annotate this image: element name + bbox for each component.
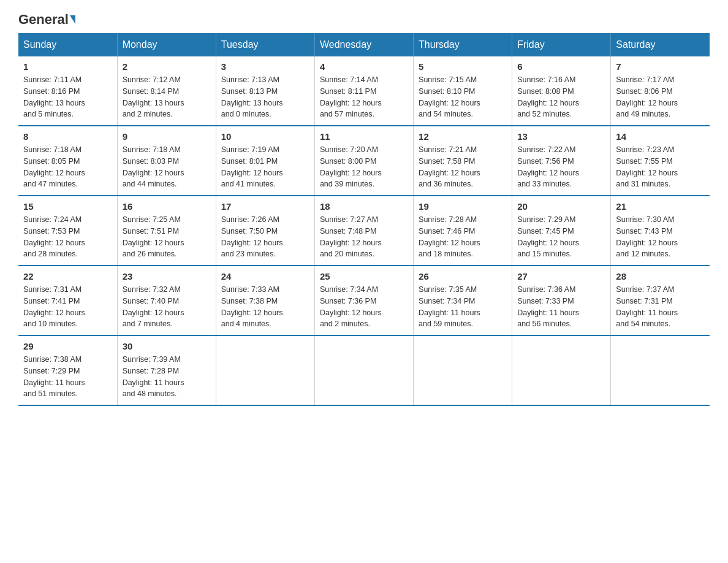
cell-details: Sunrise: 7:19 AMSunset: 8:01 PMDaylight:… [221,145,283,188]
calendar-cell: 12 Sunrise: 7:21 AMSunset: 7:58 PMDaylig… [414,126,512,196]
cell-details: Sunrise: 7:37 AMSunset: 7:31 PMDaylight:… [616,285,678,328]
page-header: General [18,12,710,27]
calendar-cell: 14 Sunrise: 7:23 AMSunset: 7:55 PMDaylig… [611,126,710,196]
calendar-cell: 27 Sunrise: 7:36 AMSunset: 7:33 PMDaylig… [512,266,611,335]
day-number: 26 [419,271,507,282]
cell-details: Sunrise: 7:13 AMSunset: 8:13 PMDaylight:… [221,75,283,118]
calendar-cell: 8 Sunrise: 7:18 AMSunset: 8:05 PMDayligh… [18,126,117,196]
calendar-cell: 3 Sunrise: 7:13 AMSunset: 8:13 PMDayligh… [216,56,314,126]
calendar-cell [314,335,413,405]
calendar-cell: 1 Sunrise: 7:11 AMSunset: 8:16 PMDayligh… [18,56,117,126]
cell-details: Sunrise: 7:20 AMSunset: 8:00 PMDaylight:… [320,145,382,188]
calendar-cell: 4 Sunrise: 7:14 AMSunset: 8:11 PMDayligh… [314,56,413,126]
day-number: 10 [221,131,309,142]
day-number: 12 [419,131,507,142]
calendar-cell: 24 Sunrise: 7:33 AMSunset: 7:38 PMDaylig… [216,266,314,335]
col-wednesday: Wednesday [314,33,413,56]
calendar-cell: 23 Sunrise: 7:32 AMSunset: 7:40 PMDaylig… [117,266,216,335]
calendar-cell: 21 Sunrise: 7:30 AMSunset: 7:43 PMDaylig… [611,196,710,266]
day-number: 9 [123,131,211,142]
day-number: 7 [616,61,705,72]
col-saturday: Saturday [611,33,710,56]
calendar-table: Sunday Monday Tuesday Wednesday Thursday… [18,33,710,406]
logo-triangle-icon [70,15,75,24]
col-thursday: Thursday [414,33,512,56]
day-number: 18 [320,201,408,212]
calendar-cell [414,335,512,405]
col-monday: Monday [117,33,216,56]
cell-details: Sunrise: 7:27 AMSunset: 7:48 PMDaylight:… [320,215,382,258]
cell-details: Sunrise: 7:18 AMSunset: 8:03 PMDaylight:… [123,145,184,188]
day-number: 3 [221,61,309,72]
day-number: 29 [23,341,112,351]
calendar-cell: 10 Sunrise: 7:19 AMSunset: 8:01 PMDaylig… [216,126,314,196]
cell-details: Sunrise: 7:30 AMSunset: 7:43 PMDaylight:… [616,215,678,258]
day-number: 8 [23,131,112,142]
calendar-cell: 17 Sunrise: 7:26 AMSunset: 7:50 PMDaylig… [216,196,314,266]
calendar-cell: 9 Sunrise: 7:18 AMSunset: 8:03 PMDayligh… [117,126,216,196]
calendar-cell: 2 Sunrise: 7:12 AMSunset: 8:14 PMDayligh… [117,56,216,126]
cell-details: Sunrise: 7:39 AMSunset: 7:28 PMDaylight:… [123,355,184,398]
cell-details: Sunrise: 7:38 AMSunset: 7:29 PMDaylight:… [23,355,85,398]
day-number: 14 [616,131,705,142]
calendar-cell: 26 Sunrise: 7:35 AMSunset: 7:34 PMDaylig… [414,266,512,335]
day-number: 24 [221,271,309,282]
cell-details: Sunrise: 7:17 AMSunset: 8:06 PMDaylight:… [616,75,678,118]
cell-details: Sunrise: 7:18 AMSunset: 8:05 PMDaylight:… [23,145,85,188]
cell-details: Sunrise: 7:11 AMSunset: 8:16 PMDaylight:… [23,75,85,118]
cell-details: Sunrise: 7:14 AMSunset: 8:11 PMDaylight:… [320,75,382,118]
cell-details: Sunrise: 7:16 AMSunset: 8:08 PMDaylight:… [517,75,579,118]
calendar-cell [216,335,314,405]
col-friday: Friday [512,33,611,56]
day-number: 25 [320,271,408,282]
calendar-cell: 25 Sunrise: 7:34 AMSunset: 7:36 PMDaylig… [314,266,413,335]
cell-details: Sunrise: 7:36 AMSunset: 7:33 PMDaylight:… [517,285,579,328]
calendar-week-row: 22 Sunrise: 7:31 AMSunset: 7:41 PMDaylig… [18,266,710,335]
day-number: 19 [419,201,507,212]
cell-details: Sunrise: 7:33 AMSunset: 7:38 PMDaylight:… [221,285,283,328]
calendar-week-row: 8 Sunrise: 7:18 AMSunset: 8:05 PMDayligh… [18,126,710,196]
day-number: 13 [517,131,605,142]
day-number: 2 [123,61,211,72]
day-number: 15 [23,201,112,212]
cell-details: Sunrise: 7:22 AMSunset: 7:56 PMDaylight:… [517,145,579,188]
cell-details: Sunrise: 7:34 AMSunset: 7:36 PMDaylight:… [320,285,382,328]
calendar-cell: 5 Sunrise: 7:15 AMSunset: 8:10 PMDayligh… [414,56,512,126]
calendar-cell: 20 Sunrise: 7:29 AMSunset: 7:45 PMDaylig… [512,196,611,266]
cell-details: Sunrise: 7:15 AMSunset: 8:10 PMDaylight:… [419,75,480,118]
day-number: 22 [23,271,112,282]
calendar-cell: 18 Sunrise: 7:27 AMSunset: 7:48 PMDaylig… [314,196,413,266]
day-number: 17 [221,201,309,212]
calendar-cell: 15 Sunrise: 7:24 AMSunset: 7:53 PMDaylig… [18,196,117,266]
day-number: 4 [320,61,408,72]
cell-details: Sunrise: 7:29 AMSunset: 7:45 PMDaylight:… [517,215,579,258]
cell-details: Sunrise: 7:12 AMSunset: 8:14 PMDaylight:… [123,75,184,118]
day-number: 28 [616,271,705,282]
day-number: 6 [517,61,605,72]
cell-details: Sunrise: 7:25 AMSunset: 7:51 PMDaylight:… [123,215,184,258]
calendar-cell: 19 Sunrise: 7:28 AMSunset: 7:46 PMDaylig… [414,196,512,266]
calendar-week-row: 1 Sunrise: 7:11 AMSunset: 8:16 PMDayligh… [18,56,710,126]
cell-details: Sunrise: 7:21 AMSunset: 7:58 PMDaylight:… [419,145,480,188]
day-number: 23 [123,271,211,282]
logo: General [18,12,75,27]
day-number: 16 [123,201,211,212]
calendar-cell: 13 Sunrise: 7:22 AMSunset: 7:56 PMDaylig… [512,126,611,196]
calendar-cell: 29 Sunrise: 7:38 AMSunset: 7:29 PMDaylig… [18,335,117,405]
calendar-cell: 16 Sunrise: 7:25 AMSunset: 7:51 PMDaylig… [117,196,216,266]
logo-general: General [18,12,69,27]
calendar-week-row: 29 Sunrise: 7:38 AMSunset: 7:29 PMDaylig… [18,335,710,405]
calendar-cell [512,335,611,405]
calendar-header-row: Sunday Monday Tuesday Wednesday Thursday… [18,33,710,56]
day-number: 21 [616,201,705,212]
calendar-cell: 28 Sunrise: 7:37 AMSunset: 7:31 PMDaylig… [611,266,710,335]
day-number: 1 [23,61,112,72]
calendar-week-row: 15 Sunrise: 7:24 AMSunset: 7:53 PMDaylig… [18,196,710,266]
day-number: 11 [320,131,408,142]
calendar-cell [611,335,710,405]
cell-details: Sunrise: 7:24 AMSunset: 7:53 PMDaylight:… [23,215,85,258]
col-tuesday: Tuesday [216,33,314,56]
cell-details: Sunrise: 7:28 AMSunset: 7:46 PMDaylight:… [419,215,480,258]
cell-details: Sunrise: 7:32 AMSunset: 7:40 PMDaylight:… [123,285,184,328]
cell-details: Sunrise: 7:31 AMSunset: 7:41 PMDaylight:… [23,285,85,328]
